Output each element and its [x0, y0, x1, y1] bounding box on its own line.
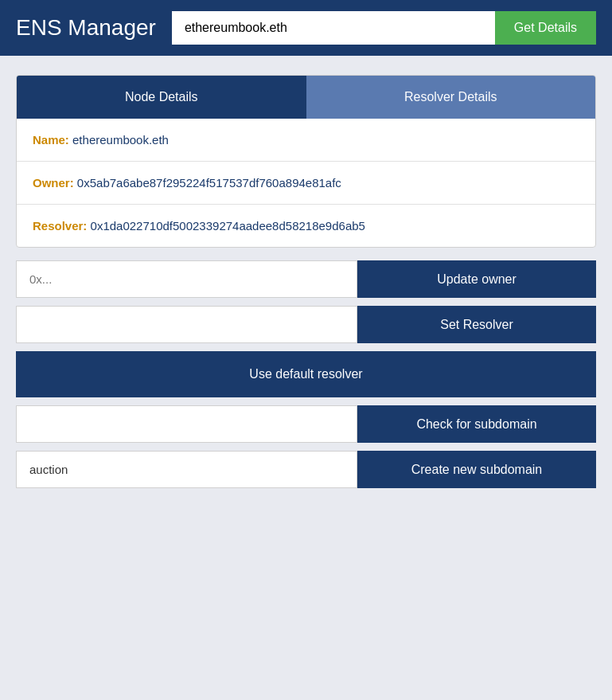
check-subdomain-input[interactable] — [16, 405, 357, 443]
update-owner-button[interactable]: Update owner — [357, 260, 596, 298]
check-subdomain-button[interactable]: Check for subdomain — [357, 405, 596, 443]
node-details-card: Node Details Resolver Details Name: ethe… — [16, 75, 596, 248]
tab-bar: Node Details Resolver Details — [17, 76, 595, 119]
check-subdomain-row: Check for subdomain — [16, 405, 596, 443]
owner-value: 0x5ab7a6abe87f295224f517537df760a894e81a… — [77, 176, 341, 190]
name-label: Name: — [33, 133, 69, 147]
owner-row: Owner: 0x5ab7a6abe87f295224f517537df760a… — [17, 162, 595, 205]
tab-resolver-details[interactable]: Resolver Details — [306, 76, 596, 119]
app-header: ENS Manager Get Details — [0, 0, 612, 56]
owner-label: Owner: — [33, 176, 74, 190]
name-row: Name: ethereumbook.eth — [17, 119, 595, 162]
create-subdomain-row: Create new subdomain — [16, 451, 596, 488]
resolver-address-input[interactable] — [16, 306, 357, 343]
owner-address-input[interactable] — [16, 260, 357, 298]
app-title: ENS Manager — [16, 15, 156, 41]
set-resolver-row: Set Resolver — [16, 306, 596, 343]
resolver-value: 0x1da022710df5002339274aadee8d58218e9d6a… — [91, 219, 365, 233]
set-resolver-button[interactable]: Set Resolver — [357, 306, 596, 343]
resolver-row: Resolver: 0x1da022710df5002339274aadee8d… — [17, 205, 595, 247]
create-subdomain-input[interactable] — [16, 451, 357, 488]
resolver-label: Resolver: — [33, 219, 87, 233]
update-owner-row: Update owner — [16, 260, 596, 298]
create-subdomain-button[interactable]: Create new subdomain — [357, 451, 596, 488]
tab-node-details[interactable]: Node Details — [17, 76, 306, 119]
use-default-resolver-button[interactable]: Use default resolver — [16, 351, 596, 397]
search-bar: Get Details — [172, 11, 596, 45]
search-input[interactable] — [172, 11, 495, 45]
main-content: Node Details Resolver Details Name: ethe… — [0, 59, 612, 512]
name-value: ethereumbook.eth — [72, 133, 169, 147]
get-details-button[interactable]: Get Details — [495, 11, 596, 45]
